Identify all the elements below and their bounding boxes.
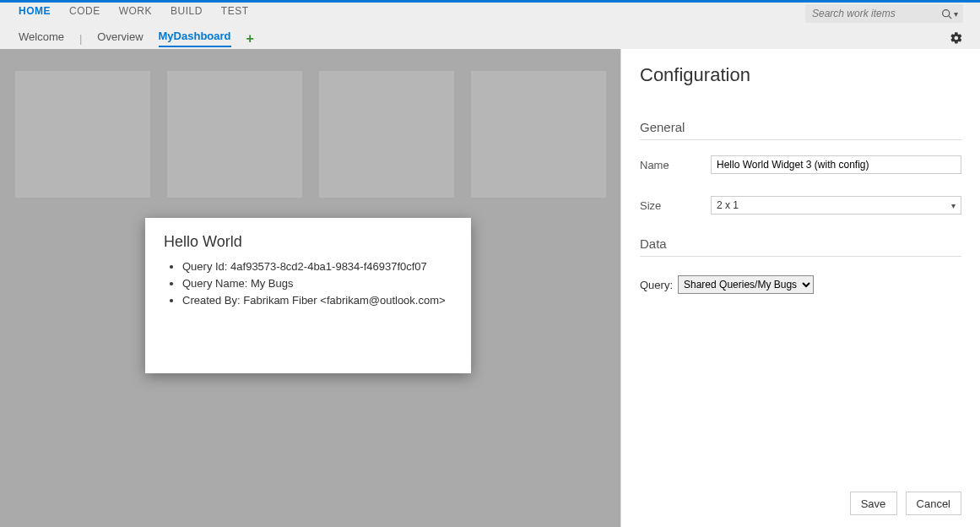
query-label: Query: [640,279,673,291]
cancel-button[interactable]: Cancel [906,492,961,515]
list-item: Query Name: My Bugs [182,276,452,291]
svg-point-0 [943,9,950,16]
size-select[interactable]: 2 x 1 ▾ [711,196,961,215]
widget-placeholder[interactable] [167,71,302,198]
tab-build[interactable]: BUILD [171,5,203,17]
tab-test[interactable]: TEST [221,5,249,17]
created-by-label: Created By: [182,294,243,307]
widget-details-list: Query Id: 4af93573-8cd2-4ba1-9834-f46937… [164,259,452,309]
name-row: Name [640,155,961,174]
created-by-value: Fabrikam Fiber <fabrikam@outlook.com> [243,294,445,307]
subtab-overview[interactable]: Overview [97,30,143,46]
size-value: 2 x 1 [717,199,739,211]
query-id-label: Query Id: [182,260,230,273]
query-select[interactable]: Shared Queries/My Bugs [678,275,814,294]
search-input[interactable] [810,7,941,20]
widget-placeholder[interactable] [319,71,454,198]
separator: | [79,32,82,45]
content-area: Hello World Query Id: 4af93573-8cd2-4ba1… [0,49,980,527]
primary-tabs: HOME CODE WORK BUILD TEST [19,5,249,17]
size-row: Size 2 x 1 ▾ [640,196,961,215]
subtab-welcome[interactable]: Welcome [19,30,64,46]
search-box[interactable]: ▾ [805,4,963,23]
section-data: Data [640,236,961,257]
section-general: General [640,120,961,140]
list-item: Created By: Fabrikam Fiber <fabrikam@out… [182,293,452,308]
widget-title: Hello World [164,233,452,251]
widget-placeholder[interactable] [471,71,606,198]
chevron-down-icon: ▾ [951,201,956,210]
query-id-value: 4af93573-8cd2-4ba1-9834-f46937f0cf07 [230,260,427,273]
config-title: Configuration [640,64,961,86]
save-button[interactable]: Save [850,492,897,515]
size-label: Size [640,199,711,212]
tab-work[interactable]: WORK [119,5,152,17]
footer-buttons: Save Cancel [850,492,961,515]
subtab-mydashboard[interactable]: MyDashboard [159,30,231,47]
tab-code[interactable]: CODE [69,5,100,17]
query-name-label: Query Name: [182,277,251,290]
tab-home[interactable]: HOME [19,5,51,17]
navigation-bar: HOME CODE WORK BUILD TEST Welcome | Over… [0,3,980,49]
widget-placeholder[interactable] [15,71,150,198]
query-row: Query: Shared Queries/My Bugs [640,275,961,294]
search-icon[interactable]: ▾ [941,8,958,19]
add-dashboard-icon[interactable]: + [246,33,254,45]
configuration-panel: Configuration General Name Size 2 x 1 ▾ … [620,49,980,527]
query-name-value: My Bugs [251,277,294,290]
list-item: Query Id: 4af93573-8cd2-4ba1-9834-f46937… [182,259,452,274]
secondary-tabs: Welcome | Overview MyDashboard + [19,30,254,47]
svg-line-1 [949,15,951,18]
gear-icon[interactable] [950,31,963,48]
name-label: Name [640,159,711,171]
dashboard-canvas: Hello World Query Id: 4af93573-8cd2-4ba1… [0,49,620,527]
name-input[interactable] [711,155,961,174]
hello-world-widget[interactable]: Hello World Query Id: 4af93573-8cd2-4ba1… [145,218,471,373]
